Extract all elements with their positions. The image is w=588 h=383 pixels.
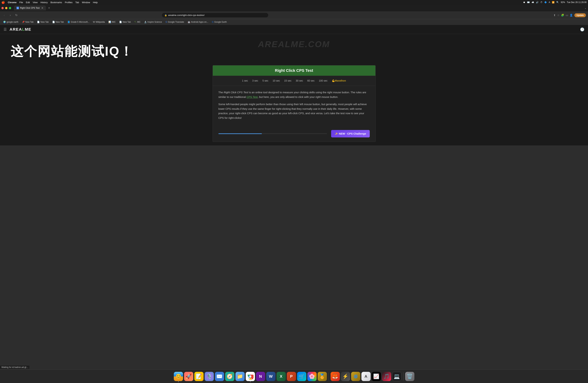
hamburger-menu[interactable]: ☰ xyxy=(3,27,7,32)
menubar-search[interactable]: 🔍 xyxy=(556,1,559,3)
menu-view[interactable]: View xyxy=(33,1,38,4)
menu-help[interactable]: Help xyxy=(93,1,98,4)
profile-icon[interactable]: 👤 xyxy=(569,14,573,17)
dock-setapp[interactable]: 🌀 xyxy=(351,372,360,381)
refresh-button[interactable]: ↻ xyxy=(14,14,19,17)
bookmark-imc[interactable]: 📊 IMC xyxy=(107,20,117,24)
bookmark-pin-2[interactable]: 📄 New Tab xyxy=(36,20,50,24)
menu-profiles[interactable]: Profiles xyxy=(65,1,72,4)
back-button[interactable]: ‹ xyxy=(2,14,6,17)
maximize-button[interactable] xyxy=(9,7,11,9)
bookmark-mc[interactable]: ⛏ MC xyxy=(133,20,142,24)
tab-5sec[interactable]: 5 sec xyxy=(262,79,268,83)
extensions-icon[interactable]: 🧩 xyxy=(561,14,564,17)
dock-chrome[interactable] xyxy=(246,372,255,381)
apple-menu[interactable]: 🍎 xyxy=(1,1,5,4)
dock-folder[interactable]: 📁 xyxy=(235,372,245,381)
dock-powerpoint[interactable]: P xyxy=(287,372,296,381)
url-text: arealme.com/right-click-cps-test/en/ xyxy=(168,14,205,17)
active-tab[interactable]: 🖱 Right Click CPS Test ✕ xyxy=(14,5,46,10)
desc-end: , but here, you are only allowed to clic… xyxy=(258,95,315,98)
dock-launchpad[interactable]: 🚀 xyxy=(184,372,193,381)
menu-tab[interactable]: Tab xyxy=(75,1,79,4)
bookmark-label: MC xyxy=(137,21,141,23)
chinese-headline: 这个网站能测试IQ！ xyxy=(7,43,137,60)
logo-l: L xyxy=(22,27,25,32)
sidebar-icon[interactable]: ▭ xyxy=(566,14,568,17)
dock-stocks[interactable]: 📈 xyxy=(372,372,381,381)
bookmark-label: Google Earth xyxy=(214,21,227,23)
close-button[interactable] xyxy=(1,7,4,9)
bookmark-favicon: G xyxy=(166,21,167,23)
menu-bookmarks[interactable]: Bookmarks xyxy=(50,1,62,4)
cps-challenge-button[interactable]: ✨ NEW · CPS Challenge xyxy=(331,130,370,137)
share-icon[interactable]: ⬆ xyxy=(553,14,556,17)
menu-history[interactable]: History xyxy=(40,1,47,4)
dock-safari[interactable]: 🧭 xyxy=(225,372,234,381)
bookmark-label: Wikipedia xyxy=(96,21,105,23)
site-logo[interactable]: AREALME xyxy=(10,27,31,32)
new-tab-button[interactable]: + xyxy=(47,5,52,10)
bookmark-pin-3[interactable]: 📄 New Tab xyxy=(51,20,65,24)
bookmark-google-earth-2[interactable]: G Google Earth xyxy=(210,20,228,24)
test-footer: ✨ NEW · CPS Challenge xyxy=(213,127,375,142)
dock-siri[interactable]: 🎙️ xyxy=(205,372,214,381)
minimize-button[interactable] xyxy=(5,7,7,9)
tab-1sec[interactable]: 1 sec xyxy=(242,79,248,83)
tab-60sec[interactable]: 60 sec xyxy=(307,79,315,83)
desc-the: The xyxy=(218,91,224,94)
update-button[interactable]: Update xyxy=(574,13,586,17)
tab-100sec[interactable]: 100 sec xyxy=(319,79,328,83)
bookmark-favicon: 📘 xyxy=(67,21,70,23)
bookmark-wikipedia[interactable]: W Wikipedia xyxy=(92,20,106,24)
bookmark-google-earth[interactable]: 🌍 google earth xyxy=(2,20,20,24)
dock-mail[interactable]: ✉️ xyxy=(215,372,224,381)
url-bar[interactable]: 🔒 arealme.com/right-click-cps-test/en/ xyxy=(162,13,268,17)
forward-button[interactable]: › xyxy=(8,14,12,17)
logo-area: AREA xyxy=(10,27,22,32)
history-icon[interactable]: 🕐 xyxy=(580,27,585,31)
browser-window: 🖱 Right Click CPS Test ✕ + ⌄ ‹ › ↻ 🔒 are… xyxy=(0,5,588,383)
tab-marathon[interactable]: 💪Marathon xyxy=(332,79,346,83)
menu-window[interactable]: Window xyxy=(82,1,90,4)
menu-edit[interactable]: Edit xyxy=(26,1,30,4)
bookmark-favicon: 📄 xyxy=(37,21,40,23)
bookmark-grade5[interactable]: 📘 Grade 5 Microsoft... xyxy=(66,20,91,24)
dock-notes[interactable]: 📝 xyxy=(194,372,204,381)
dock-finder[interactable]: 😊 xyxy=(174,372,183,381)
bookmark-label: New Tab xyxy=(40,21,48,23)
tab-3sec[interactable]: 3 sec xyxy=(252,79,258,83)
dock-appstore[interactable]: 🛒 xyxy=(297,372,306,381)
bookmark-newtab4[interactable]: 📄 New Tab xyxy=(118,20,132,24)
dock-misc[interactable]: 🏅 xyxy=(318,372,327,381)
dock-music[interactable]: 🎵 xyxy=(382,372,391,381)
bookmark-icon[interactable]: ☆ xyxy=(557,14,560,17)
dock-zap[interactable]: ⚡ xyxy=(341,372,350,381)
progress-bar-container xyxy=(218,133,327,134)
dock-font[interactable]: A xyxy=(361,372,371,381)
tab-10sec[interactable]: 10 sec xyxy=(273,79,280,83)
dock-trash[interactable]: 🗑️ xyxy=(405,372,414,381)
dock-firefox[interactable]: 🦊 xyxy=(331,372,340,381)
tab-close-button[interactable]: ✕ xyxy=(41,7,43,9)
app-menu-chrome[interactable]: Chrome xyxy=(8,1,17,4)
bookmark-android-apps[interactable]: 🤖 Android Apps on... xyxy=(186,20,210,24)
dock-word[interactable]: W xyxy=(266,372,275,381)
address-bar-actions: ⬆ ☆ 🧩 ▭ 👤 Update xyxy=(553,13,586,17)
bookmark-pin-icon: 📌 xyxy=(22,21,25,23)
bookmark-inspire[interactable]: 🔬 Inspire Science xyxy=(143,20,163,24)
test-tabs: 1 sec 3 sec 5 sec 10 sec 15 sec 30 sec 6… xyxy=(213,76,375,86)
menu-file[interactable]: File xyxy=(19,1,23,4)
tab-30sec[interactable]: 30 sec xyxy=(296,79,303,83)
dock-terminal[interactable]: 💻 xyxy=(392,372,401,381)
tab-15sec[interactable]: 15 sec xyxy=(284,79,292,83)
bookmark-label: New Tab xyxy=(25,21,34,23)
dock-onenote[interactable]: N xyxy=(256,372,265,381)
bookmark-pin-1[interactable]: 📌 New Tab xyxy=(21,20,35,24)
tab-dropdown-icon[interactable]: ⌄ xyxy=(585,7,587,9)
cps-test-link[interactable]: CPS Test xyxy=(247,95,258,98)
dock-photos[interactable]: 🌸 xyxy=(307,372,316,381)
menubar-record: ⏺ xyxy=(523,1,525,3)
bookmark-google-translate[interactable]: G Google Translate xyxy=(164,20,186,24)
dock-excel[interactable]: X xyxy=(276,372,286,381)
